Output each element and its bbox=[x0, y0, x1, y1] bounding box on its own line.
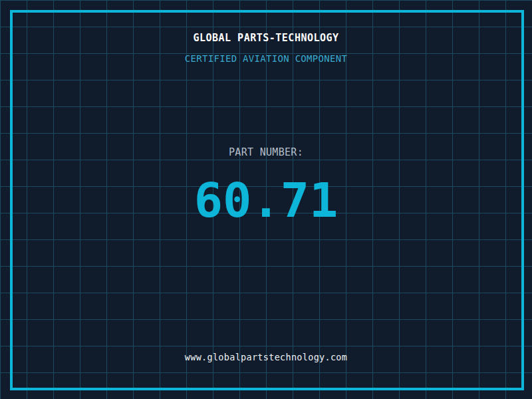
certification-subtitle: CERTIFIED AVIATION COMPONENT bbox=[0, 53, 532, 64]
website-url: www.globalpartstechnology.com bbox=[0, 352, 532, 362]
part-number-value: 60.71 bbox=[0, 176, 532, 224]
certificate-screen: GLOBAL PARTS-TECHNOLOGY CERTIFIED AVIATI… bbox=[0, 0, 532, 399]
part-number-label: PART NUMBER: bbox=[0, 146, 532, 158]
company-title: GLOBAL PARTS-TECHNOLOGY bbox=[0, 32, 532, 44]
